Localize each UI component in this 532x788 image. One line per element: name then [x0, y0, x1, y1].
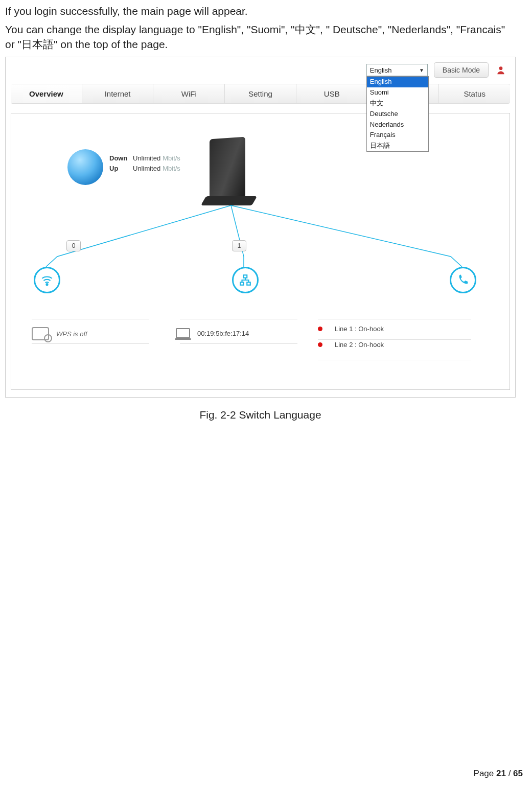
tab-setting[interactable]: Setting [225, 84, 296, 103]
tab-overview[interactable]: Overview [11, 84, 82, 103]
divider [32, 319, 149, 319]
language-option-english[interactable]: English [367, 77, 428, 87]
divider [180, 319, 297, 319]
user-icon[interactable] [495, 64, 507, 76]
wifi-icon [34, 267, 60, 293]
divider [180, 343, 297, 344]
intro-paragraph-1: If you login successfully, the main page… [5, 4, 516, 18]
topology-lines [11, 113, 510, 389]
tab-internet[interactable]: Internet [82, 84, 154, 103]
lan-mac-address: 00:19:5b:fe:17:14 [197, 330, 249, 337]
language-select[interactable]: English ▼ [366, 64, 428, 76]
svg-rect-2 [244, 275, 247, 277]
svg-rect-3 [240, 282, 244, 285]
phone-icon [450, 267, 476, 293]
language-selected-label: English [370, 66, 392, 74]
intro-paragraph-2: You can change the display language to "… [5, 22, 516, 52]
language-option-suomi[interactable]: Suomi [367, 87, 428, 98]
language-option-nederlands[interactable]: Nederlands [367, 120, 428, 130]
svg-point-1 [46, 284, 48, 285]
laptop-icon [176, 328, 190, 338]
language-option-chinese[interactable]: 中文 [367, 98, 428, 109]
top-bar: English ▼ English Suomi 中文 Deutsche Nede… [6, 57, 515, 81]
lan-icon [232, 267, 259, 293]
wps-status-row: WPS is off [32, 327, 87, 340]
tab-usb[interactable]: USB [296, 84, 368, 103]
lan-client-count: 1 [232, 240, 246, 251]
tab-wifi[interactable]: WiFi [153, 84, 225, 103]
language-option-deutsche[interactable]: Deutsche [367, 109, 428, 120]
divider [318, 319, 471, 319]
svg-rect-4 [247, 282, 250, 285]
tab-status[interactable]: Status [439, 84, 510, 103]
divider [318, 360, 471, 360]
wps-status-text: WPS is off [56, 330, 87, 338]
svg-point-0 [499, 66, 503, 70]
page-footer: Page 21 / 65 [474, 769, 523, 779]
status-dot-icon [318, 327, 322, 331]
figure-caption: Fig. 2-2 Switch Language [5, 409, 516, 421]
wps-icon [32, 327, 49, 340]
language-option-francais[interactable]: Français [367, 130, 428, 141]
lan-client-row: 00:19:5b:fe:17:14 [176, 328, 249, 338]
overview-diagram: DownUnlimitedMbit/s UpUnlimitedMbit/s 0 … [11, 113, 510, 390]
nav-tabs: Overview Internet WiFi Setting USB VoIP … [11, 84, 510, 104]
wifi-client-count: 0 [66, 240, 81, 251]
divider [32, 343, 149, 344]
language-dropdown: English Suomi 中文 Deutsche Nederlands Fra… [366, 76, 429, 152]
router-admin-screenshot: English ▼ English Suomi 中文 Deutsche Nede… [5, 57, 516, 398]
language-option-japanese[interactable]: 日本語 [367, 141, 428, 151]
chevron-down-icon: ▼ [419, 67, 424, 73]
voip-line1: Line 1 : On-hook [335, 325, 384, 333]
voip-line2: Line 2 : On-hook [335, 341, 384, 349]
status-dot-icon [318, 342, 322, 347]
basic-mode-button[interactable]: Basic Mode [434, 62, 489, 78]
voip-status: Line 1 : On-hook Line 2 : On-hook [318, 325, 384, 357]
